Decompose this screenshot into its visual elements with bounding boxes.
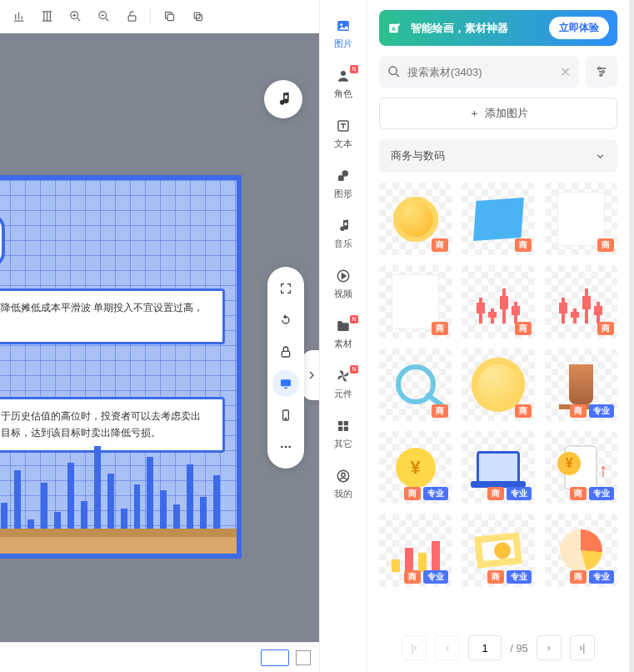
- asset-item[interactable]: 商: [462, 349, 534, 421]
- filter-button[interactable]: [586, 56, 617, 88]
- nav-shapes[interactable]: 图形: [320, 158, 367, 208]
- svg-text:A: A: [392, 26, 396, 32]
- search-box[interactable]: ✕: [379, 56, 579, 88]
- profile-icon: [334, 467, 352, 485]
- category-select[interactable]: 商务与数码: [379, 139, 617, 173]
- nav-profile[interactable]: 我的: [320, 459, 367, 509]
- float-toolbar: [267, 267, 304, 469]
- more-icon[interactable]: [272, 434, 299, 460]
- pager-prev-button[interactable]: ‹: [435, 635, 460, 660]
- svg-rect-7: [281, 379, 291, 386]
- pager-input[interactable]: [468, 635, 502, 660]
- svg-point-11: [281, 446, 283, 449]
- plus-icon: ＋: [469, 106, 480, 121]
- asset-item[interactable]: 商专业: [545, 514, 617, 586]
- badge-biz: 商: [404, 487, 421, 500]
- nav-text[interactable]: 文本: [320, 108, 367, 158]
- asset-item[interactable]: 商专业: [462, 514, 534, 586]
- svg-rect-24: [344, 427, 348, 431]
- video-icon: [334, 267, 352, 285]
- new-badge: N: [350, 315, 358, 323]
- badge-biz: 商: [432, 322, 448, 335]
- badge-pro: 专业: [507, 487, 532, 500]
- rotate-icon[interactable]: [272, 307, 299, 333]
- music-fab[interactable]: [264, 80, 302, 118]
- svg-point-32: [600, 74, 602, 77]
- asset-item[interactable]: 商: [462, 265, 534, 338]
- badge-pro: 专业: [507, 570, 532, 584]
- svg-point-15: [340, 23, 342, 26]
- nav-apps[interactable]: 其它: [320, 409, 367, 459]
- nav-folder[interactable]: 素材N: [320, 308, 367, 359]
- align-bottom-icon[interactable]: [5, 3, 32, 30]
- nav-label: 其它: [334, 438, 352, 450]
- nav-user[interactable]: 角色N: [320, 58, 367, 108]
- slide-thumbnail[interactable]: [261, 649, 289, 666]
- nav-label: 素材: [334, 338, 352, 350]
- shapes-icon: [334, 167, 352, 185]
- fullscreen-icon[interactable]: [272, 275, 299, 302]
- add-image-button[interactable]: ＋ 添加图片: [379, 98, 617, 129]
- svg-rect-4: [196, 15, 202, 21]
- pager-next-button[interactable]: ›: [537, 635, 562, 660]
- badge-pro: 专业: [589, 570, 614, 584]
- svg-point-19: [342, 170, 349, 177]
- view-mode-button[interactable]: [296, 650, 311, 665]
- music-icon: [334, 217, 352, 235]
- badge-biz: 商: [404, 570, 421, 584]
- clear-search-icon[interactable]: ✕: [560, 64, 571, 80]
- slide-textbox-1[interactable]: 例，能够发挥降低摊低成本平滑波 单期投入不宜设置过高，不利于长: [0, 288, 225, 344]
- category-select-label: 商务与数码: [391, 148, 445, 163]
- chevron-down-icon: [595, 151, 606, 162]
- canvas-slide[interactable]: 原理 1 例，能够发挥降低摊低成本平滑波 单期投入不宜设置过高，不利于长 及时止…: [0, 175, 242, 559]
- add-image-label: 添加图片: [485, 106, 528, 121]
- tablet-icon[interactable]: [272, 402, 299, 429]
- nav-label: 元件: [334, 388, 352, 400]
- asset-item[interactable]: 商: [379, 265, 452, 338]
- copy-icon[interactable]: [156, 3, 182, 30]
- lock-icon[interactable]: [272, 339, 299, 365]
- zoom-out-icon[interactable]: [90, 3, 117, 30]
- asset-item[interactable]: 商: [545, 183, 617, 255]
- asset-item[interactable]: 商专业: [379, 514, 452, 586]
- badge-biz: 商: [570, 487, 587, 500]
- nav-image[interactable]: 图片: [320, 8, 367, 58]
- nav-label: 图片: [334, 38, 352, 50]
- nav-pinwheel[interactable]: 元件N: [320, 359, 367, 409]
- pager-last-button[interactable]: ›|: [570, 635, 595, 660]
- asset-item[interactable]: 商专业: [462, 431, 534, 504]
- align-stretch-icon[interactable]: [33, 3, 60, 30]
- pager-first-button[interactable]: |‹: [402, 635, 427, 660]
- ai-try-button[interactable]: 立即体验: [549, 17, 609, 39]
- asset-item[interactable]: 商: [379, 183, 452, 255]
- svg-point-12: [285, 446, 287, 449]
- badge-biz: 商: [432, 238, 448, 252]
- asset-item[interactable]: 商: [545, 265, 617, 338]
- asset-item[interactable]: 商: [379, 349, 452, 421]
- asset-item[interactable]: ¥商专业: [545, 431, 617, 504]
- slide-bar-chart[interactable]: [0, 437, 237, 529]
- unlock-icon[interactable]: [118, 3, 145, 30]
- nav-music[interactable]: 音乐: [320, 208, 367, 258]
- badge-biz: 商: [597, 238, 614, 252]
- canvas-viewport[interactable]: 原理 1 例，能够发挥降低摊低成本平滑波 单期投入不宜设置过高，不利于长 及时止…: [0, 33, 319, 642]
- badge-biz: 商: [515, 322, 532, 335]
- new-badge: N: [350, 365, 358, 374]
- bottom-bar: [0, 642, 319, 672]
- ai-banner-text: 智能绘画，素材神器: [411, 21, 541, 36]
- display-icon[interactable]: [272, 370, 299, 397]
- badge-biz: 商: [570, 404, 587, 418]
- svg-point-10: [285, 418, 286, 419]
- asset-item[interactable]: 商: [462, 183, 534, 255]
- expand-panel-button[interactable]: [302, 350, 319, 400]
- asset-item[interactable]: 商专业: [545, 349, 617, 421]
- apps-icon: [334, 417, 352, 435]
- nav-video[interactable]: 视频: [320, 258, 367, 308]
- svg-point-13: [288, 446, 291, 449]
- nav-label: 角色: [334, 88, 352, 100]
- search-input[interactable]: [407, 66, 553, 78]
- slide-title[interactable]: 原理: [0, 213, 5, 268]
- asset-item[interactable]: ¥商专业: [379, 431, 452, 504]
- copy-multi-icon[interactable]: [184, 3, 211, 30]
- zoom-in-icon[interactable]: [62, 3, 88, 30]
